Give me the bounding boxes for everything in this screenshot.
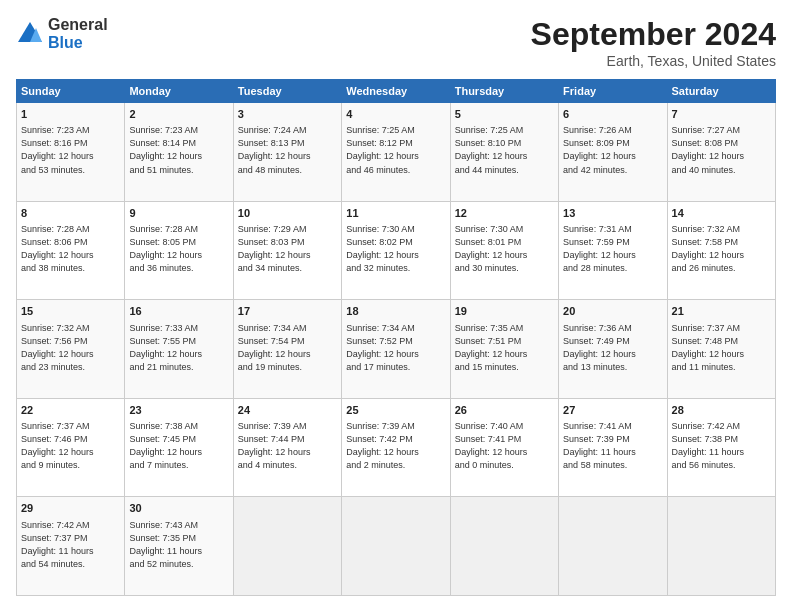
day-info: Sunrise: 7:27 AM Sunset: 8:08 PM Dayligh… (672, 124, 771, 176)
calendar-cell: 30Sunrise: 7:43 AM Sunset: 7:35 PM Dayli… (125, 497, 233, 596)
calendar-cell: 5Sunrise: 7:25 AM Sunset: 8:10 PM Daylig… (450, 103, 558, 202)
calendar-cell: 1Sunrise: 7:23 AM Sunset: 8:16 PM Daylig… (17, 103, 125, 202)
calendar-cell: 8Sunrise: 7:28 AM Sunset: 8:06 PM Daylig… (17, 201, 125, 300)
logo-text: General Blue (48, 16, 108, 51)
calendar-header: Sunday Monday Tuesday Wednesday Thursday… (17, 80, 776, 103)
day-number: 21 (672, 304, 771, 319)
day-info: Sunrise: 7:25 AM Sunset: 8:10 PM Dayligh… (455, 124, 554, 176)
col-sunday: Sunday (17, 80, 125, 103)
day-info: Sunrise: 7:34 AM Sunset: 7:54 PM Dayligh… (238, 322, 337, 374)
day-number: 22 (21, 403, 120, 418)
calendar-table: Sunday Monday Tuesday Wednesday Thursday… (16, 79, 776, 596)
calendar-cell: 23Sunrise: 7:38 AM Sunset: 7:45 PM Dayli… (125, 398, 233, 497)
day-number: 3 (238, 107, 337, 122)
day-info: Sunrise: 7:28 AM Sunset: 8:05 PM Dayligh… (129, 223, 228, 275)
day-info: Sunrise: 7:36 AM Sunset: 7:49 PM Dayligh… (563, 322, 662, 374)
calendar-week-1: 1Sunrise: 7:23 AM Sunset: 8:16 PM Daylig… (17, 103, 776, 202)
calendar-cell (342, 497, 450, 596)
day-info: Sunrise: 7:40 AM Sunset: 7:41 PM Dayligh… (455, 420, 554, 472)
day-info: Sunrise: 7:29 AM Sunset: 8:03 PM Dayligh… (238, 223, 337, 275)
day-info: Sunrise: 7:32 AM Sunset: 7:56 PM Dayligh… (21, 322, 120, 374)
logo: General Blue (16, 16, 108, 51)
day-info: Sunrise: 7:37 AM Sunset: 7:48 PM Dayligh… (672, 322, 771, 374)
day-number: 1 (21, 107, 120, 122)
calendar-cell: 29Sunrise: 7:42 AM Sunset: 7:37 PM Dayli… (17, 497, 125, 596)
day-number: 12 (455, 206, 554, 221)
day-info: Sunrise: 7:34 AM Sunset: 7:52 PM Dayligh… (346, 322, 445, 374)
day-info: Sunrise: 7:26 AM Sunset: 8:09 PM Dayligh… (563, 124, 662, 176)
day-number: 11 (346, 206, 445, 221)
title-location: Earth, Texas, United States (531, 53, 776, 69)
calendar-cell (450, 497, 558, 596)
day-info: Sunrise: 7:43 AM Sunset: 7:35 PM Dayligh… (129, 519, 228, 571)
day-number: 14 (672, 206, 771, 221)
day-number: 10 (238, 206, 337, 221)
calendar-week-3: 15Sunrise: 7:32 AM Sunset: 7:56 PM Dayli… (17, 300, 776, 399)
header: General Blue September 2024 Earth, Texas… (16, 16, 776, 69)
calendar-cell: 7Sunrise: 7:27 AM Sunset: 8:08 PM Daylig… (667, 103, 775, 202)
col-monday: Monday (125, 80, 233, 103)
day-number: 25 (346, 403, 445, 418)
calendar-cell: 27Sunrise: 7:41 AM Sunset: 7:39 PM Dayli… (559, 398, 667, 497)
calendar-cell (667, 497, 775, 596)
calendar-cell: 18Sunrise: 7:34 AM Sunset: 7:52 PM Dayli… (342, 300, 450, 399)
day-number: 27 (563, 403, 662, 418)
col-saturday: Saturday (667, 80, 775, 103)
logo-general: General (48, 16, 108, 34)
day-number: 19 (455, 304, 554, 319)
day-info: Sunrise: 7:25 AM Sunset: 8:12 PM Dayligh… (346, 124, 445, 176)
calendar-cell: 9Sunrise: 7:28 AM Sunset: 8:05 PM Daylig… (125, 201, 233, 300)
day-number: 6 (563, 107, 662, 122)
title-block: September 2024 Earth, Texas, United Stat… (531, 16, 776, 69)
col-tuesday: Tuesday (233, 80, 341, 103)
day-number: 8 (21, 206, 120, 221)
day-info: Sunrise: 7:23 AM Sunset: 8:16 PM Dayligh… (21, 124, 120, 176)
calendar-cell (559, 497, 667, 596)
day-number: 29 (21, 501, 120, 516)
day-number: 15 (21, 304, 120, 319)
day-info: Sunrise: 7:30 AM Sunset: 8:02 PM Dayligh… (346, 223, 445, 275)
calendar-cell: 26Sunrise: 7:40 AM Sunset: 7:41 PM Dayli… (450, 398, 558, 497)
logo-blue: Blue (48, 34, 108, 52)
day-number: 18 (346, 304, 445, 319)
day-info: Sunrise: 7:23 AM Sunset: 8:14 PM Dayligh… (129, 124, 228, 176)
day-info: Sunrise: 7:31 AM Sunset: 7:59 PM Dayligh… (563, 223, 662, 275)
calendar-cell: 3Sunrise: 7:24 AM Sunset: 8:13 PM Daylig… (233, 103, 341, 202)
day-number: 16 (129, 304, 228, 319)
day-info: Sunrise: 7:33 AM Sunset: 7:55 PM Dayligh… (129, 322, 228, 374)
day-number: 4 (346, 107, 445, 122)
calendar-cell: 21Sunrise: 7:37 AM Sunset: 7:48 PM Dayli… (667, 300, 775, 399)
calendar-cell: 22Sunrise: 7:37 AM Sunset: 7:46 PM Dayli… (17, 398, 125, 497)
page: General Blue September 2024 Earth, Texas… (0, 0, 792, 612)
calendar-cell: 28Sunrise: 7:42 AM Sunset: 7:38 PM Dayli… (667, 398, 775, 497)
calendar-cell: 25Sunrise: 7:39 AM Sunset: 7:42 PM Dayli… (342, 398, 450, 497)
day-number: 26 (455, 403, 554, 418)
calendar-body: 1Sunrise: 7:23 AM Sunset: 8:16 PM Daylig… (17, 103, 776, 596)
calendar-cell: 19Sunrise: 7:35 AM Sunset: 7:51 PM Dayli… (450, 300, 558, 399)
day-number: 5 (455, 107, 554, 122)
calendar-cell: 10Sunrise: 7:29 AM Sunset: 8:03 PM Dayli… (233, 201, 341, 300)
day-info: Sunrise: 7:37 AM Sunset: 7:46 PM Dayligh… (21, 420, 120, 472)
day-number: 13 (563, 206, 662, 221)
calendar-cell (233, 497, 341, 596)
logo-icon (16, 20, 44, 48)
calendar-cell: 11Sunrise: 7:30 AM Sunset: 8:02 PM Dayli… (342, 201, 450, 300)
day-info: Sunrise: 7:24 AM Sunset: 8:13 PM Dayligh… (238, 124, 337, 176)
day-info: Sunrise: 7:42 AM Sunset: 7:38 PM Dayligh… (672, 420, 771, 472)
day-info: Sunrise: 7:39 AM Sunset: 7:42 PM Dayligh… (346, 420, 445, 472)
day-info: Sunrise: 7:32 AM Sunset: 7:58 PM Dayligh… (672, 223, 771, 275)
col-thursday: Thursday (450, 80, 558, 103)
day-number: 24 (238, 403, 337, 418)
day-info: Sunrise: 7:39 AM Sunset: 7:44 PM Dayligh… (238, 420, 337, 472)
calendar-cell: 2Sunrise: 7:23 AM Sunset: 8:14 PM Daylig… (125, 103, 233, 202)
calendar-cell: 13Sunrise: 7:31 AM Sunset: 7:59 PM Dayli… (559, 201, 667, 300)
calendar-cell: 15Sunrise: 7:32 AM Sunset: 7:56 PM Dayli… (17, 300, 125, 399)
calendar-cell: 16Sunrise: 7:33 AM Sunset: 7:55 PM Dayli… (125, 300, 233, 399)
calendar-cell: 4Sunrise: 7:25 AM Sunset: 8:12 PM Daylig… (342, 103, 450, 202)
day-info: Sunrise: 7:28 AM Sunset: 8:06 PM Dayligh… (21, 223, 120, 275)
calendar-week-5: 29Sunrise: 7:42 AM Sunset: 7:37 PM Dayli… (17, 497, 776, 596)
day-info: Sunrise: 7:38 AM Sunset: 7:45 PM Dayligh… (129, 420, 228, 472)
day-number: 20 (563, 304, 662, 319)
calendar-cell: 17Sunrise: 7:34 AM Sunset: 7:54 PM Dayli… (233, 300, 341, 399)
day-number: 7 (672, 107, 771, 122)
